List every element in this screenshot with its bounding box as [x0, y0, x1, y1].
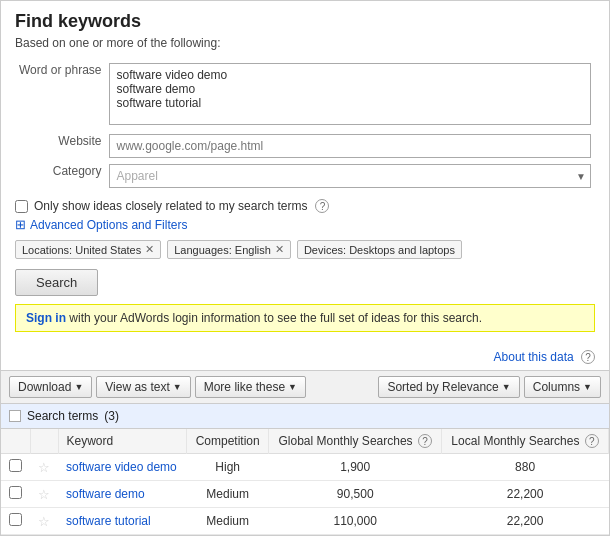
search-terms-count: (3): [104, 409, 119, 423]
download-arrow-icon: ▼: [74, 382, 83, 392]
col-check-header: [1, 429, 30, 454]
table-row: ☆ software tutorial Medium 110,000 22,20…: [1, 508, 609, 535]
local-monthly-help-icon[interactable]: ?: [585, 434, 599, 448]
word-phrase-row: Word or phrase software video demo softw…: [15, 60, 595, 131]
row-3-star-icon[interactable]: ☆: [38, 514, 50, 529]
download-label: Download: [18, 380, 71, 394]
filter-tag-devices[interactable]: Devices: Desktops and laptops: [297, 240, 462, 259]
advanced-options-label: Advanced Options and Filters: [30, 218, 187, 232]
search-terms-label: Search terms: [27, 409, 98, 423]
signin-rest-text: with your AdWords login information to s…: [66, 311, 482, 325]
results-section: Search terms (3) Keyword Competition: [1, 403, 609, 535]
category-select[interactable]: Apparel: [109, 164, 591, 188]
table-row: ☆ software demo Medium 90,500 22,200: [1, 481, 609, 508]
about-data-help-icon[interactable]: ?: [581, 350, 595, 364]
row-3-competition: Medium: [187, 508, 269, 535]
filter-tag-languages-label: Languages: English: [174, 244, 271, 256]
results-table-body: ☆ software video demo High 1,900 880 ☆ s…: [1, 454, 609, 535]
website-label: Website: [15, 131, 105, 161]
page-title: Find keywords: [15, 11, 595, 32]
col-global-monthly-header: Global Monthly Searches ?: [269, 429, 442, 454]
row-3-global-monthly: 110,000: [269, 508, 442, 535]
row-3-checkbox[interactable]: [9, 513, 22, 526]
row-1-keyword-link[interactable]: software video demo: [66, 460, 177, 474]
related-ideas-help-icon[interactable]: ?: [315, 199, 329, 213]
toolbar-left: Download ▼ View as text ▼ More like thes…: [9, 376, 306, 398]
row-2-star[interactable]: ☆: [30, 481, 58, 508]
row-1-checkbox[interactable]: [9, 459, 22, 472]
sorted-by-arrow-icon: ▼: [502, 382, 511, 392]
about-data-row: About this data ?: [1, 348, 609, 370]
filter-tag-locations[interactable]: Locations: United States ✕: [15, 240, 161, 259]
row-2-keyword: software demo: [58, 481, 187, 508]
advanced-options-link[interactable]: ⊞ Advanced Options and Filters: [15, 217, 595, 232]
columns-label: Columns: [533, 380, 580, 394]
word-phrase-input[interactable]: software video demo software demo softwa…: [109, 63, 591, 125]
category-value: Apparel: [116, 169, 157, 183]
columns-button[interactable]: Columns ▼: [524, 376, 601, 398]
row-1-local-monthly: 880: [442, 454, 609, 481]
results-table: Keyword Competition Global Monthly Searc…: [1, 429, 609, 535]
more-like-these-arrow-icon: ▼: [288, 382, 297, 392]
view-as-text-button[interactable]: View as text ▼: [96, 376, 190, 398]
row-3-check[interactable]: [1, 508, 30, 535]
col-competition-header: Competition: [187, 429, 269, 454]
checkbox-row: Only show ideas closely related to my se…: [15, 199, 595, 213]
filter-tag-languages[interactable]: Languages: English ✕: [167, 240, 291, 259]
category-row: Category Apparel: [15, 161, 595, 191]
search-button[interactable]: Search: [15, 269, 98, 296]
table-container: Keyword Competition Global Monthly Searc…: [1, 429, 609, 535]
download-button[interactable]: Download ▼: [9, 376, 92, 398]
filter-tag-languages-remove[interactable]: ✕: [275, 243, 284, 256]
row-3-keyword: software tutorial: [58, 508, 187, 535]
filter-tag-devices-label: Devices: Desktops and laptops: [304, 244, 455, 256]
related-ideas-checkbox[interactable]: [15, 200, 28, 213]
row-3-star[interactable]: ☆: [30, 508, 58, 535]
category-cell: Apparel: [105, 161, 595, 191]
word-phrase-cell: software video demo software demo softwa…: [105, 60, 595, 131]
signin-banner: Sign in with your AdWords login informat…: [15, 304, 595, 332]
row-1-keyword: software video demo: [58, 454, 187, 481]
row-3-local-monthly: 22,200: [442, 508, 609, 535]
sorted-by-label: Sorted by Relevance: [387, 380, 498, 394]
results-table-header: Keyword Competition Global Monthly Searc…: [1, 429, 609, 454]
row-2-checkbox[interactable]: [9, 486, 22, 499]
row-3-keyword-link[interactable]: software tutorial: [66, 514, 151, 528]
row-1-star[interactable]: ☆: [30, 454, 58, 481]
subtitle: Based on one or more of the following:: [15, 36, 595, 50]
form-table: Word or phrase software video demo softw…: [15, 60, 595, 191]
row-1-check[interactable]: [1, 454, 30, 481]
row-1-star-icon[interactable]: ☆: [38, 460, 50, 475]
related-ideas-label: Only show ideas closely related to my se…: [34, 199, 307, 213]
more-like-these-button[interactable]: More like these ▼: [195, 376, 306, 398]
row-1-global-monthly: 1,900: [269, 454, 442, 481]
about-data-link[interactable]: About this data: [494, 350, 574, 364]
top-section: Find keywords Based on one or more of th…: [1, 1, 609, 348]
global-monthly-help-icon[interactable]: ?: [418, 434, 432, 448]
results-header-row: Keyword Competition Global Monthly Searc…: [1, 429, 609, 454]
main-container: Find keywords Based on one or more of th…: [0, 0, 610, 536]
row-2-local-monthly: 22,200: [442, 481, 609, 508]
category-label: Category: [15, 161, 105, 191]
search-terms-header: Search terms (3): [1, 403, 609, 429]
row-2-keyword-link[interactable]: software demo: [66, 487, 145, 501]
more-like-these-label: More like these: [204, 380, 285, 394]
signin-link[interactable]: Sign in: [26, 311, 66, 325]
row-2-star-icon[interactable]: ☆: [38, 487, 50, 502]
col-star-header: [30, 429, 58, 454]
row-1-competition: High: [187, 454, 269, 481]
filter-tag-locations-remove[interactable]: ✕: [145, 243, 154, 256]
filter-tags: Locations: United States ✕ Languages: En…: [15, 240, 595, 259]
sorted-by-button[interactable]: Sorted by Relevance ▼: [378, 376, 519, 398]
row-2-check[interactable]: [1, 481, 30, 508]
word-phrase-label: Word or phrase: [15, 60, 105, 131]
view-as-text-arrow-icon: ▼: [173, 382, 182, 392]
columns-arrow-icon: ▼: [583, 382, 592, 392]
col-local-monthly-header: Local Monthly Searches ?: [442, 429, 609, 454]
toolbar-right: Sorted by Relevance ▼ Columns ▼: [378, 376, 601, 398]
col-keyword-header: Keyword: [58, 429, 187, 454]
table-row: ☆ software video demo High 1,900 880: [1, 454, 609, 481]
website-input[interactable]: [109, 134, 591, 158]
search-terms-select-all-checkbox[interactable]: [9, 410, 21, 422]
website-cell: [105, 131, 595, 161]
